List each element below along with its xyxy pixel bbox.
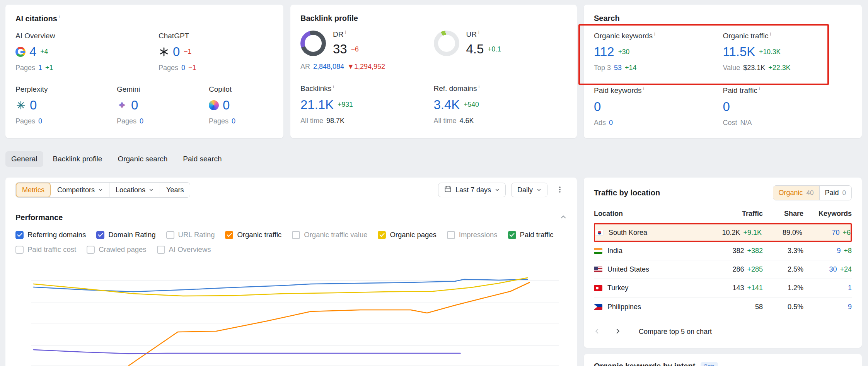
- column-header-location[interactable]: Location: [594, 210, 679, 218]
- metric-value[interactable]: 0: [173, 44, 180, 59]
- pages-value[interactable]: 0: [140, 117, 143, 125]
- chart-series-referring-domains: [34, 279, 527, 292]
- metric-checkbox-paid-traffic-cost[interactable]: Paid traffic cost: [15, 245, 76, 254]
- pages-value[interactable]: 0: [181, 64, 185, 72]
- keywords-value[interactable]: 70: [832, 229, 839, 236]
- traffic-row-philippines[interactable]: Philippines580.5%9: [594, 298, 852, 316]
- metric-checkbox-row-2: Paid traffic costCrawled pagesAI Overvie…: [15, 245, 567, 254]
- next-page-button[interactable]: [615, 328, 621, 335]
- checkbox-icon: [96, 231, 104, 239]
- ar-value[interactable]: 2,848,084: [313, 63, 344, 71]
- metric-checkbox-organic-traffic[interactable]: Organic traffic: [225, 231, 281, 239]
- traffic-by-location-card: Traffic by location Organic40Paid0 Locat…: [584, 178, 862, 348]
- traffic-delta: +141: [747, 284, 763, 292]
- column-header-share[interactable]: Share: [763, 210, 803, 218]
- traffic-row-south-korea[interactable]: South Korea10.2K+9.1K89.0%70+6: [594, 223, 852, 242]
- info-icon: [333, 84, 334, 89]
- granularity-button[interactable]: Daily: [511, 183, 547, 197]
- paid-traffic-value[interactable]: 0: [723, 99, 730, 114]
- backlink-profile-title: Backlink profile: [300, 14, 567, 23]
- toggle-organic[interactable]: Organic40: [773, 186, 819, 200]
- checkbox-label: URL Rating: [178, 231, 215, 239]
- column-header-keywords[interactable]: Keywords: [803, 210, 852, 218]
- organic-keywords-value[interactable]: 112: [594, 44, 614, 59]
- info-icon: [59, 14, 60, 19]
- metric-checkbox-paid-traffic[interactable]: Paid traffic: [508, 231, 554, 239]
- keywords-value[interactable]: 9: [837, 247, 841, 255]
- ai-citations-row-2: Perplexity0Pages0Gemini0Pages0Copilot0Pa…: [15, 85, 273, 125]
- tab-backlink-profile[interactable]: Backlink profile: [47, 151, 108, 167]
- metric-value[interactable]: 4: [29, 44, 36, 59]
- metric-value[interactable]: 0: [131, 98, 138, 113]
- metric-checkbox-impressions[interactable]: Impressions: [447, 231, 498, 239]
- metric-label: Organic traffic: [723, 31, 852, 40]
- pages-value[interactable]: 0: [38, 117, 42, 125]
- checkbox-icon: [447, 231, 455, 239]
- backlinks-value[interactable]: 21.1K: [300, 97, 334, 112]
- ref-domains-value[interactable]: 3.4K: [434, 97, 460, 112]
- metric-value[interactable]: 0: [223, 98, 230, 113]
- country-name: United States: [607, 265, 649, 274]
- pages-value[interactable]: 0: [232, 117, 235, 125]
- traffic-row-united-states[interactable]: United States286+2852.5%30+24: [594, 260, 852, 279]
- organic-traffic-metric: Organic traffic 11.5K+10.3K Value$23.1K+…: [723, 31, 852, 72]
- country-name: Turkey: [607, 284, 628, 292]
- button-competitors[interactable]: Competitors: [51, 183, 109, 197]
- top3-value[interactable]: 53: [614, 64, 622, 72]
- info-icon: [654, 31, 655, 37]
- tab-organic-search[interactable]: Organic search: [112, 151, 173, 167]
- metric-checkbox-referring-domains[interactable]: Referring domains: [15, 231, 86, 239]
- metric-value[interactable]: 0: [30, 98, 37, 113]
- chevron-down-icon: [149, 186, 153, 194]
- ur-value: 4.5: [466, 42, 484, 56]
- checkbox-icon: [292, 231, 300, 239]
- metric-checkbox-crawled-pages[interactable]: Crawled pages: [87, 245, 146, 254]
- chevron-right-icon: [615, 328, 621, 335]
- column-header-traffic[interactable]: Traffic: [679, 210, 763, 218]
- country-name: India: [607, 247, 622, 255]
- keywords-value[interactable]: 1: [848, 284, 852, 292]
- metric-checkbox-domain-rating[interactable]: Domain Rating: [96, 231, 155, 239]
- keywords-value[interactable]: 9: [848, 303, 852, 311]
- metric-label: Paid traffic: [723, 86, 852, 95]
- tab-general[interactable]: General: [5, 151, 43, 167]
- pages-value[interactable]: 1: [38, 64, 42, 72]
- site-explorer-dashboard: AI citations AI Overview4+4Pages1+1ChatG…: [0, 0, 868, 366]
- date-range-button[interactable]: Last 7 days: [438, 183, 506, 197]
- backlinks-metric: Backlinks 21.1K+931 All time98.7K: [300, 84, 434, 125]
- compare-top5-link[interactable]: Compare top 5 on chart: [639, 328, 712, 336]
- metric-checkbox-ai-overviews[interactable]: AI Overviews: [157, 245, 211, 254]
- prev-page-button[interactable]: [594, 328, 600, 335]
- chevron-down-icon: [98, 186, 103, 194]
- organic-keywords-metric: Organic keywords 112+30 Top 353+14: [594, 31, 723, 72]
- pages-line: Pages0−1: [159, 64, 196, 72]
- collapse-section-button[interactable]: [560, 214, 567, 222]
- search-card: Search Organic keywords 112+30 Top 353+1…: [584, 5, 862, 138]
- ai-metric-copilot: Copilot0Pages0: [209, 85, 235, 125]
- checkbox-label: AI Overviews: [169, 245, 211, 254]
- keywords-value[interactable]: 30: [829, 265, 837, 273]
- metric-checkbox-organic-traffic-value[interactable]: Organic traffic value: [292, 231, 367, 239]
- metric-label: Paid keywords: [594, 86, 723, 95]
- toggle-paid[interactable]: Paid0: [819, 186, 852, 200]
- flag-us-icon: [594, 267, 602, 272]
- button-metrics[interactable]: Metrics: [16, 183, 51, 197]
- metric-label: Copilot: [209, 85, 235, 94]
- tab-paid-search[interactable]: Paid search: [177, 151, 227, 167]
- metric-checkbox-url-rating[interactable]: URL Rating: [166, 231, 215, 239]
- button-locations[interactable]: Locations: [109, 183, 160, 197]
- kebab-icon: [556, 186, 564, 195]
- performance-chart[interactable]: [31, 260, 559, 366]
- metric-label: Perplexity: [15, 85, 117, 94]
- ads-value[interactable]: 0: [609, 119, 613, 127]
- organic-traffic-value[interactable]: 11.5K: [723, 44, 755, 59]
- metric-label: Ref. domains: [434, 84, 567, 93]
- more-options-button[interactable]: [553, 183, 567, 197]
- paid-keywords-value[interactable]: 0: [594, 99, 601, 114]
- info-icon: [770, 31, 771, 37]
- traffic-row-turkey[interactable]: Turkey143+1411.2%1: [594, 279, 852, 298]
- button-years[interactable]: Years: [160, 183, 190, 197]
- traffic-row-india[interactable]: India382+3823.3%9+8: [594, 242, 852, 260]
- metric-checkbox-organic-pages[interactable]: Organic pages: [378, 231, 436, 239]
- ai-metric-ai-overview: AI Overview4+4Pages1+1: [15, 32, 159, 72]
